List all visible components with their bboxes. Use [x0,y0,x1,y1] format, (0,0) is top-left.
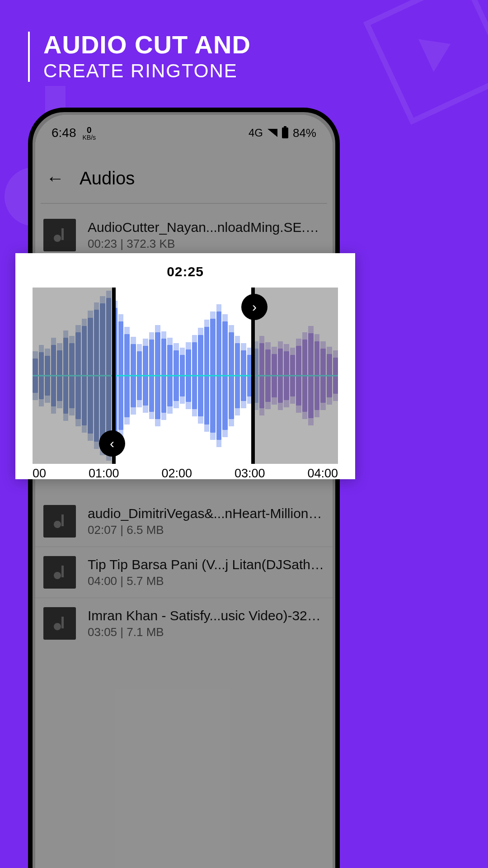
file-name: AudioCutter_Nayan...nloadMing.SE.mp3 [88,220,324,235]
chevron-left-icon: ‹ [110,436,114,451]
tick: 03:00 [235,467,265,481]
audio-thumb [43,607,76,640]
list-item[interactable]: Imran Khan - Satisfy...usic Video)-320.m… [35,598,333,649]
bg-film-deco [348,0,488,140]
file-meta: 02:07 | 6.5 MB [88,523,324,537]
phone-screen: 6:48 0 KB/s 4G 84% ← Audios Audio [35,115,333,868]
music-note-icon [56,566,64,579]
back-arrow-icon[interactable]: ← [46,168,64,189]
tick: 02:00 [161,467,192,481]
file-name: Imran Khan - Satisfy...usic Video)-320.m… [88,608,324,623]
speed-value: 0 [87,126,92,134]
current-time: 02:25 [33,264,338,279]
signal-icon [267,129,277,137]
audio-thumb [43,505,76,538]
divider [41,203,327,204]
heading-subtitle: CREATE RINGTONE [43,60,251,82]
file-name: audio_DimitriVegas&...nHeart-Million.wav [88,506,324,521]
audio-thumb [43,219,76,251]
battery-icon [282,127,288,138]
audio-thumb [43,556,76,589]
time-ticks: 00 01:00 02:00 03:00 04:00 [33,467,338,481]
status-speed: 0 KB/s [83,126,96,141]
appbar-title: Audios [80,168,135,189]
tick: 01:00 [89,467,119,481]
trim-knob-end[interactable]: › [241,294,267,320]
status-network: 4G [249,127,263,139]
trim-region-right [255,288,338,464]
tick: 00 [33,467,46,481]
audio-cutter-panel: 02:25 ‹ › 00 01:00 02:00 03:00 04:00 [15,253,355,479]
music-note-icon [56,514,64,528]
tick: 04:00 [307,467,338,481]
trim-knob-start[interactable]: ‹ [99,430,125,457]
status-battery: 84% [293,126,316,140]
waveform-area[interactable]: ‹ › [33,288,338,464]
file-name: Tip Tip Barsa Pani (V...j Litan(DJSathi)… [88,557,324,572]
chevron-right-icon: › [252,299,257,315]
file-meta: 04:00 | 5.7 MB [88,574,324,588]
file-meta: 03:05 | 7.1 MB [88,625,324,639]
app-bar: ← Audios [35,160,333,196]
music-note-icon [56,228,64,242]
speed-unit: KB/s [83,134,96,141]
status-time: 6:48 [52,126,76,140]
heading-title: AUDIO CUT AND [43,32,251,58]
music-note-icon [56,617,64,630]
list-item[interactable]: audio_DimitriVegas&...nHeart-Million.wav… [35,496,333,547]
phone-frame: 6:48 0 KB/s 4G 84% ← Audios Audio [28,108,340,868]
promo-heading: AUDIO CUT AND CREATE RINGTONE [28,32,251,82]
list-item[interactable]: Tip Tip Barsa Pani (V...j Litan(DJSathi)… [35,547,333,598]
file-meta: 00:23 | 372.3 KB [88,237,324,251]
status-bar: 6:48 0 KB/s 4G 84% [35,115,333,151]
